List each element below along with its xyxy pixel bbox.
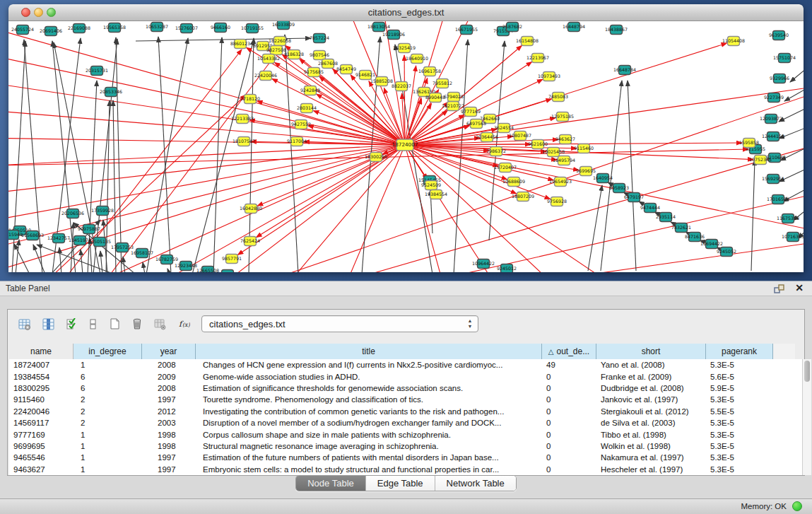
- graph-node-label: 9699695: [576, 168, 596, 173]
- cell-short: Tibbo et al. (1998): [596, 431, 706, 439]
- graph-node-label: 18640910: [406, 56, 428, 61]
- delete-table-icon[interactable]: [151, 315, 169, 333]
- graph-edge: [790, 65, 804, 82]
- cell-year: 2012: [142, 407, 196, 416]
- graph-node-label: 10807487: [509, 133, 531, 138]
- table-row[interactable]: 946554611997Estimation of the future num…: [9, 452, 802, 463]
- graph-node-label: 15720407: [494, 165, 517, 170]
- graph-node-label: 22169088: [68, 25, 90, 30]
- graph-node-label: 20315731: [86, 68, 108, 73]
- graph-node-label: 7832621: [671, 225, 691, 230]
- graph-node-label: 20691406: [40, 28, 62, 33]
- graph-node-label: 9474444: [640, 205, 660, 210]
- graph-edge: [277, 145, 405, 272]
- graph-edge: [628, 81, 636, 271]
- table-tabs-row: Node TableEdge TableNetwork Table: [0, 475, 812, 493]
- table-body: 1872400712008Changes of HCN gene express…: [9, 359, 802, 475]
- column-header-label: in_degree: [88, 346, 126, 356]
- table-row[interactable]: 1938455462009Genome-wide association stu…: [9, 370, 802, 382]
- graph-node-label: 8958923: [609, 185, 629, 190]
- table-row[interactable]: 1872400712008Changes of HCN gene express…: [9, 359, 802, 370]
- graph-edge: [106, 100, 110, 272]
- column-header-title[interactable]: title: [196, 344, 542, 359]
- cell-title: Disruption of a novel member of a sodium…: [196, 419, 542, 427]
- graph-node-label: 16042880: [240, 206, 262, 211]
- tab-network-table[interactable]: Network Table: [435, 476, 516, 491]
- table-row[interactable]: 2242004622012Investigating the contribut…: [9, 406, 802, 417]
- column-header-short[interactable]: short: [596, 344, 706, 359]
- table-row[interactable]: 1830029562008Estimation of significance …: [9, 382, 802, 394]
- graph-node-label: 11054408: [722, 38, 745, 43]
- graph-node-label: 12975185: [551, 114, 574, 119]
- column-header-label: title: [362, 346, 375, 356]
- table-row[interactable]: 969969511998Structural magnetic resonanc…: [9, 440, 802, 452]
- attribute-table-container: f(x) citations_edges.txt ▲▼ namein_degre…: [7, 309, 805, 476]
- graph-node-label: 8454749: [336, 66, 356, 71]
- tab-node-table[interactable]: Node Table: [296, 476, 366, 491]
- graph-node-label: 16033809: [272, 22, 295, 27]
- graph-node-label: 2935114: [656, 214, 676, 219]
- graph-edge: [16, 240, 19, 272]
- cell-title: Genome-wide association studies in ADHD.: [196, 373, 542, 381]
- network-canvas[interactable]: 2405572420691406221690881956535810653287…: [8, 21, 804, 272]
- graph-node-label: 9242848: [300, 88, 320, 93]
- graph-node-label: 10025458: [542, 149, 565, 154]
- cell-title: Embryonic stem cells: a model to study s…: [196, 465, 542, 474]
- table-selector-dropdown[interactable]: citations_edges.txt ▲▼: [201, 315, 478, 332]
- cell-in_degree: 6: [73, 384, 142, 392]
- graph-node-label: 9466160: [211, 25, 230, 30]
- graph-node-label: 20068207: [216, 271, 239, 272]
- tab-edge-table[interactable]: Edge Table: [366, 476, 435, 491]
- cell-pagerank: 5.3E-5: [706, 442, 773, 450]
- graph-node-label: 9524509: [421, 182, 441, 187]
- column-header-pagerank[interactable]: pagerank: [706, 344, 773, 359]
- memory-status-icon[interactable]: [792, 501, 802, 511]
- graph-node-label: 7986372: [486, 148, 506, 153]
- cell-in_degree: 1: [73, 361, 142, 369]
- cell-year: 2009: [142, 373, 196, 381]
- function-builder-icon[interactable]: f(x): [175, 315, 193, 333]
- column-header-in_degree[interactable]: in_degree: [73, 344, 142, 359]
- graph-node-label: 12213383: [231, 116, 254, 121]
- citation-graph: 2405572420691406221690881956535810653287…: [8, 21, 804, 272]
- graph-edge: [167, 269, 170, 272]
- close-panel-icon[interactable]: ✕: [795, 282, 804, 293]
- graph-node-label: 10716365: [782, 234, 804, 239]
- cell-year: 2003: [142, 419, 196, 427]
- column-header-out_de[interactable]: △out_de...: [542, 344, 596, 359]
- column-header-label: year: [160, 346, 177, 356]
- column-header-label: short: [642, 346, 661, 356]
- column-header-year[interactable]: year: [142, 344, 196, 359]
- graph-node-label: 9639540: [769, 33, 789, 37]
- table-row[interactable]: 1456911722003Disruption of a novel membe…: [9, 417, 802, 428]
- table-scrollbar[interactable]: [802, 359, 811, 475]
- create-column-icon[interactable]: [105, 315, 124, 333]
- graph-node-label: 6497568: [466, 121, 486, 126]
- graph-node-label: 9227349: [764, 95, 784, 100]
- unselect-all-columns-icon[interactable]: [84, 315, 102, 333]
- graph-node-label: 17359928: [91, 208, 114, 213]
- select-all-columns-icon[interactable]: [63, 315, 81, 333]
- graph-node-label: 16782759: [155, 257, 178, 262]
- graph-node-label: 8860123: [230, 41, 250, 46]
- cell-out_degree: 49: [542, 361, 596, 369]
- table-scrollbar-thumb[interactable]: [804, 361, 810, 382]
- cell-out_degree: 0: [542, 407, 596, 416]
- table-selector-value: citations_edges.txt: [209, 319, 286, 329]
- table-row[interactable]: 946362711997Embryonic stem cells: a mode…: [9, 464, 802, 475]
- table-row[interactable]: 911546021997Tourette syndrome. Phenomeno…: [9, 394, 802, 405]
- delete-column-icon[interactable]: [128, 315, 146, 333]
- graph-edge: [317, 94, 405, 145]
- graph-node-label: 1595858: [739, 140, 759, 145]
- table-row[interactable]: 977716911998Corpus callosum shape and si…: [9, 428, 802, 440]
- network-window-titlebar[interactable]: citations_edges.txt: [8, 4, 804, 21]
- graph-edge: [136, 145, 405, 272]
- float-window-icon[interactable]: [774, 284, 785, 295]
- graph-node-label: 20853346: [100, 89, 122, 94]
- graph-node-label: 7857224: [310, 35, 329, 40]
- cell-in_degree: 2: [73, 419, 142, 427]
- table-mode-icon[interactable]: [15, 315, 33, 333]
- graph-node-label: 18300295: [365, 154, 387, 159]
- show-column-icon[interactable]: [39, 315, 57, 333]
- column-header-name[interactable]: name: [9, 344, 73, 359]
